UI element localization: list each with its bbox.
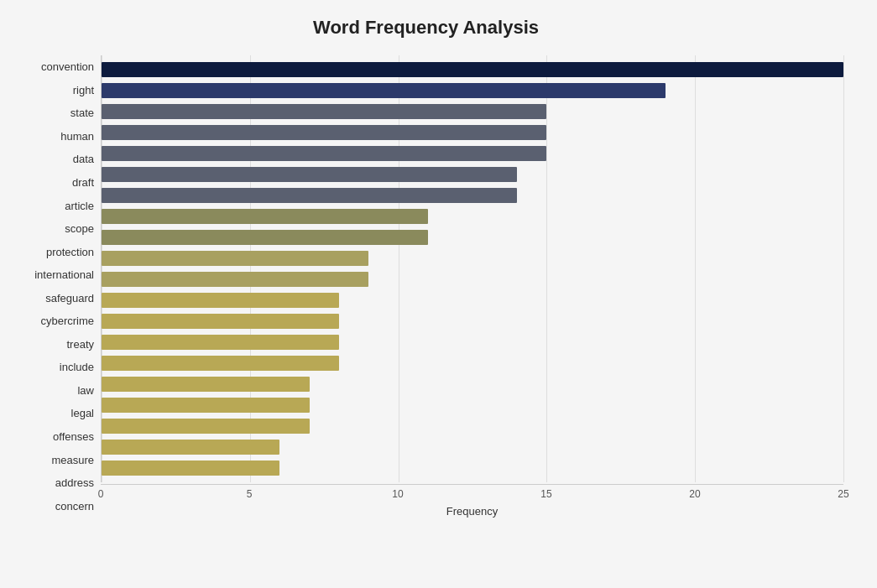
bar-row-data	[102, 144, 843, 163]
bar-law	[102, 356, 339, 371]
bar-row-state	[102, 102, 843, 121]
y-label-human: human	[60, 125, 94, 147]
y-label-cybercrime: cybercrime	[40, 310, 94, 332]
bar-measure	[102, 419, 310, 434]
x-tick-10: 10	[392, 488, 403, 500]
y-label-data: data	[73, 148, 94, 170]
bars-wrapper	[102, 55, 843, 482]
bar-include	[102, 335, 339, 350]
bar-draft	[102, 167, 517, 182]
x-tick-25: 25	[838, 488, 848, 500]
bar-row-include	[102, 333, 843, 351]
y-label-international: international	[34, 264, 94, 286]
bar-row-human	[102, 123, 843, 142]
bar-row-safeguard	[102, 270, 843, 289]
bar-row-scope	[102, 207, 843, 226]
x-ticks: 0510152025	[101, 485, 843, 502]
y-label-article: article	[65, 195, 94, 216]
y-label-right: right	[73, 79, 94, 101]
bar-address	[102, 440, 279, 455]
bar-row-international	[102, 249, 843, 268]
gridline-25	[843, 55, 844, 482]
y-label-safeguard: safeguard	[45, 287, 94, 309]
y-label-scope: scope	[65, 218, 94, 240]
bar-row-right	[102, 81, 843, 100]
bar-scope	[102, 209, 428, 224]
y-label-law: law	[77, 379, 94, 401]
y-label-measure: measure	[51, 449, 94, 471]
bar-row-concern	[102, 459, 843, 477]
chart-area: conventionrightstatehumandatadraftarticl…	[8, 55, 843, 518]
bar-treaty	[102, 314, 339, 329]
x-axis: 0510152025 Frequency	[101, 484, 843, 518]
bar-row-article	[102, 186, 843, 205]
bars-area	[101, 55, 843, 482]
bar-row-measure	[102, 417, 843, 435]
chart-container: Word Frequency Analysis conventionrights…	[0, 0, 877, 588]
y-labels: conventionrightstatehumandatadraftarticl…	[8, 55, 101, 518]
bar-row-cybercrime	[102, 291, 843, 310]
bar-right	[102, 83, 666, 98]
y-label-offenses: offenses	[53, 426, 94, 448]
bar-cybercrime	[102, 293, 339, 308]
chart-title: Word Frequency Analysis	[8, 17, 843, 39]
y-label-include: include	[60, 356, 94, 378]
y-label-legal: legal	[71, 403, 94, 424]
bar-convention	[102, 62, 843, 77]
bar-row-law	[102, 354, 843, 372]
bar-human	[102, 125, 546, 140]
x-tick-0: 0	[98, 488, 104, 500]
y-label-protection: protection	[46, 241, 94, 263]
bar-row-convention	[102, 60, 843, 79]
bar-protection	[102, 230, 428, 245]
bar-concern	[102, 461, 279, 476]
bar-row-offenses	[102, 396, 843, 414]
bar-article	[102, 188, 517, 203]
x-axis-label: Frequency	[101, 505, 843, 518]
bar-international	[102, 251, 368, 266]
bar-offenses	[102, 398, 310, 413]
bar-safeguard	[102, 272, 368, 287]
bar-row-draft	[102, 165, 843, 184]
bar-row-address	[102, 438, 843, 456]
y-label-convention: convention	[41, 56, 94, 78]
y-label-state: state	[70, 102, 94, 124]
y-label-concern: concern	[55, 495, 94, 517]
bar-row-legal	[102, 375, 843, 393]
bar-state	[102, 104, 546, 119]
y-label-draft: draft	[72, 172, 94, 194]
bar-data	[102, 146, 546, 161]
x-tick-15: 15	[540, 488, 551, 500]
bars-and-xaxis: 0510152025 Frequency	[101, 55, 843, 518]
x-tick-5: 5	[247, 488, 253, 500]
bar-row-treaty	[102, 312, 843, 330]
bar-legal	[102, 377, 310, 392]
y-label-treaty: treaty	[66, 333, 94, 355]
y-label-address: address	[55, 472, 94, 494]
bar-row-protection	[102, 228, 843, 247]
x-tick-20: 20	[689, 488, 700, 500]
